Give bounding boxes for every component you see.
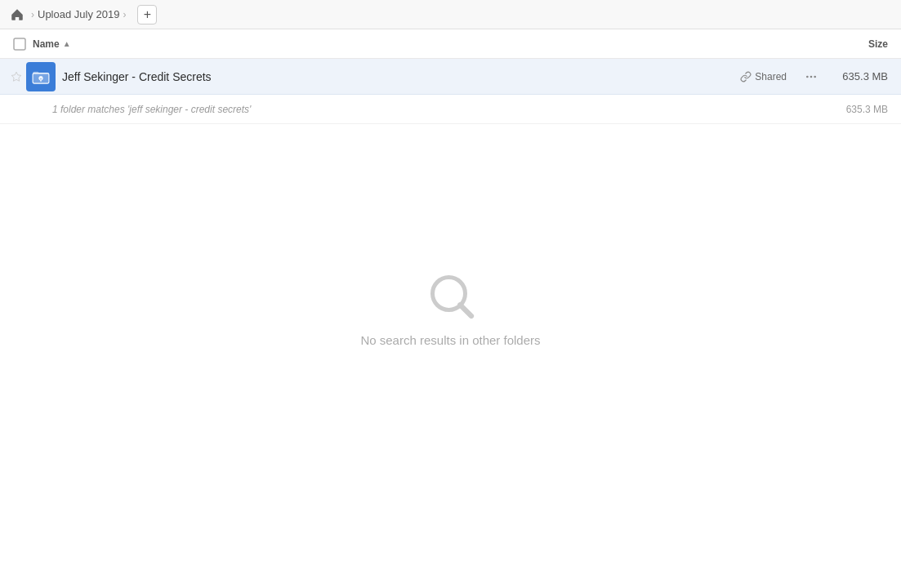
breadcrumb-bar: › Upload July 2019 › + (0, 0, 901, 29)
match-info-row: 1 folder matches 'jeff sekinger - credit… (0, 95, 901, 124)
add-button[interactable]: + (137, 5, 157, 24)
home-button[interactable] (7, 4, 28, 25)
empty-state-message: No search results in other folders (360, 333, 540, 347)
link-icon (740, 71, 752, 82)
name-column-header[interactable]: Name ▲ (33, 38, 829, 50)
file-size-label: 635.3 MB (829, 70, 894, 82)
svg-rect-3 (40, 78, 41, 79)
svg-rect-0 (14, 38, 25, 50)
home-icon (10, 7, 25, 22)
breadcrumb-current: Upload July 2019 (38, 8, 119, 20)
file-name-label: Jeff Sekinger - Credit Secrets (62, 70, 740, 83)
match-count-text: 1 folder matches 'jeff sekinger - credit… (52, 104, 251, 115)
folder-icon (26, 62, 56, 91)
select-all-checkbox[interactable] (7, 38, 33, 51)
svg-point-6 (814, 75, 816, 78)
more-dots-icon (805, 70, 818, 83)
size-column-header: Size (829, 38, 894, 50)
more-options-button[interactable] (800, 65, 823, 88)
file-row[interactable]: Jeff Sekinger - Credit Secrets Shared 63… (0, 59, 901, 95)
folder-svg (32, 69, 50, 84)
checkbox-icon (13, 38, 26, 51)
breadcrumb-chevron-2: › (123, 9, 126, 20)
sort-arrow-icon: ▲ (63, 39, 71, 48)
star-button[interactable] (7, 71, 26, 82)
empty-state: No search results in other folders (0, 271, 901, 347)
breadcrumb-chevron-1: › (31, 9, 34, 20)
svg-point-5 (810, 75, 813, 78)
star-icon (11, 71, 22, 82)
empty-search-icon (426, 271, 475, 320)
column-header: Name ▲ Size (0, 29, 901, 59)
svg-line-8 (460, 305, 471, 316)
match-size-label: 635.3 MB (846, 104, 894, 115)
shared-badge: Shared (740, 71, 787, 82)
svg-point-4 (806, 75, 809, 78)
